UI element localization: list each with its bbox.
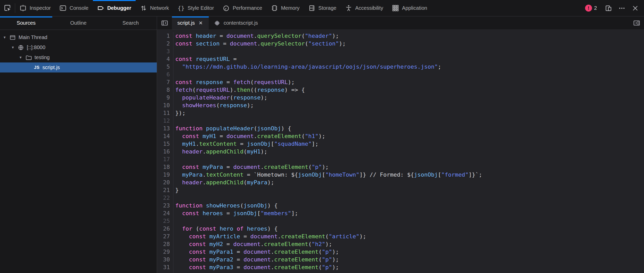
line-number[interactable]: 30 xyxy=(157,256,170,263)
line-number[interactable]: 6 xyxy=(157,71,170,78)
line-number[interactable]: 3 xyxy=(157,48,170,55)
line-number[interactable]: 15 xyxy=(157,140,170,148)
tool-tab-memory[interactable]: Memory xyxy=(267,0,304,16)
line-number[interactable]: 27 xyxy=(157,233,170,240)
editor-tab-script.js[interactable]: script.js✕ xyxy=(172,16,209,30)
line-number[interactable]: 21 xyxy=(157,186,170,194)
code-line[interactable] xyxy=(175,48,644,55)
code-token: const xyxy=(199,225,216,232)
tool-tab-style-editor[interactable]: {}Style Editor xyxy=(173,0,218,16)
code-line[interactable]: const header = document.querySelector("h… xyxy=(175,32,644,40)
line-number[interactable]: 2 xyxy=(157,40,170,48)
tool-tab-accessibility[interactable]: Accessibility xyxy=(341,0,388,16)
code-line[interactable] xyxy=(175,156,644,163)
code-line[interactable]: } xyxy=(175,186,644,194)
tool-tab-performance[interactable]: Performance xyxy=(218,0,267,16)
code-line[interactable]: const myPara1 = document.createElement("… xyxy=(175,248,644,256)
code-line[interactable]: const myH2 = document.createElement("h2"… xyxy=(175,240,644,248)
code-line[interactable]: const requestURL = xyxy=(175,55,644,63)
line-number[interactable]: 24 xyxy=(157,210,170,217)
code-line[interactable]: const myArticle = document.createElement… xyxy=(175,233,644,240)
code-line[interactable]: fetch(requestURL).then((response) => { xyxy=(175,86,644,94)
line-number[interactable]: 17 xyxy=(157,156,170,163)
line-number[interactable]: 11 xyxy=(157,109,170,117)
code-token xyxy=(192,79,196,85)
code-line[interactable]: header.appendChild(myH1); xyxy=(175,148,644,156)
code-editor[interactable]: 1234567891011121314151617181920212223242… xyxy=(157,30,644,273)
tree-item-testing[interactable]: ▼testing xyxy=(0,52,157,62)
tool-tab-inspector[interactable]: Inspector xyxy=(15,0,55,16)
line-number[interactable]: 23 xyxy=(157,202,170,210)
code-line[interactable]: "https://mdn.github.io/learning-area/jav… xyxy=(175,63,644,71)
tree-item-script.js[interactable]: JSscript.js xyxy=(0,62,157,72)
error-count-button[interactable]: ! 2 xyxy=(584,5,598,12)
close-devtools-button[interactable] xyxy=(630,0,641,16)
code-line[interactable] xyxy=(175,71,644,78)
code-line[interactable]: myH1.textContent = jsonObj["squadName"]; xyxy=(175,140,644,148)
code-line[interactable] xyxy=(175,217,644,225)
line-number[interactable]: 8 xyxy=(157,86,170,94)
collapse-sources-pane-button[interactable] xyxy=(157,16,172,30)
code-line[interactable]: const response = fetch(requestURL); xyxy=(175,78,644,86)
code-line[interactable]: const heroes = jsonObj["members"]; xyxy=(175,210,644,217)
disclosure-triangle-icon[interactable]: ▼ xyxy=(18,56,23,59)
devtools-menu-button[interactable] xyxy=(616,0,628,16)
line-number[interactable]: 16 xyxy=(157,148,170,156)
code-token xyxy=(199,164,203,170)
line-number[interactable]: 12 xyxy=(157,117,170,125)
panel-tab-sources[interactable]: Sources xyxy=(0,16,52,30)
code-line[interactable]: const myPara = document.createElement("p… xyxy=(175,163,644,171)
line-number[interactable]: 1 xyxy=(157,32,170,40)
code-line[interactable]: const section = document.querySelector("… xyxy=(175,40,644,48)
line-number[interactable]: 19 xyxy=(157,171,170,179)
code-line[interactable]: showHeroes(response); xyxy=(175,102,644,109)
code-line[interactable]: const myPara3 = document.createElement("… xyxy=(175,263,644,271)
tree-item--8000[interactable]: ▼[::]:8000 xyxy=(0,42,157,52)
line-number[interactable]: 28 xyxy=(157,240,170,248)
disclosure-triangle-icon[interactable]: ▼ xyxy=(10,46,15,49)
responsive-design-mode-button[interactable] xyxy=(603,0,614,16)
disclosure-triangle-icon[interactable]: ▼ xyxy=(2,35,7,39)
code-line[interactable]: myPara.textContent = `Hometown: ${jsonOb… xyxy=(175,171,644,179)
line-number[interactable]: 29 xyxy=(157,248,170,256)
secondary-toolbar: SourcesOutlineSearch script.js✕contentsc… xyxy=(0,16,644,30)
editor-tab-contentscript.js[interactable]: contentscript.js xyxy=(209,16,263,30)
code-line[interactable]: function populateHeader(jsonObj) { xyxy=(175,125,644,132)
panel-tab-outline[interactable]: Outline xyxy=(52,16,105,30)
code-line[interactable]: header.appendChild(myPara); xyxy=(175,179,644,186)
code-line[interactable]: populateHeader(response); xyxy=(175,94,644,102)
code-line[interactable]: }); xyxy=(175,109,644,117)
line-number[interactable]: 31 xyxy=(157,263,170,271)
tree-item-main-thread[interactable]: ▼Main Thread xyxy=(0,32,157,42)
tool-tab-label: Storage xyxy=(318,5,336,11)
code-line[interactable]: function showHeroes(jsonObj) { xyxy=(175,202,644,210)
line-number[interactable]: 7 xyxy=(157,78,170,86)
line-number[interactable]: 4 xyxy=(157,55,170,63)
code-token: ); xyxy=(332,256,339,263)
code-line[interactable]: const myPara2 = document.createElement("… xyxy=(175,256,644,263)
pick-element-button[interactable] xyxy=(0,0,15,16)
line-number[interactable]: 13 xyxy=(157,125,170,132)
line-number[interactable]: 26 xyxy=(157,225,170,233)
tool-tab-network[interactable]: Network xyxy=(136,0,173,16)
line-number[interactable]: 22 xyxy=(157,194,170,202)
tool-tab-console[interactable]: Console xyxy=(55,0,93,16)
line-number[interactable]: 9 xyxy=(157,94,170,102)
close-tab-button[interactable]: ✕ xyxy=(198,20,203,26)
code-token: ( xyxy=(230,94,233,101)
expand-right-pane-button[interactable] xyxy=(629,16,644,30)
code-line[interactable]: for (const hero of heroes) { xyxy=(175,225,644,233)
code-line[interactable] xyxy=(175,117,644,125)
line-number[interactable]: 10 xyxy=(157,102,170,109)
tool-tab-application[interactable]: Application xyxy=(388,0,432,16)
line-number[interactable]: 5 xyxy=(157,63,170,71)
line-number[interactable]: 14 xyxy=(157,132,170,140)
code-line[interactable]: const myH1 = document.createElement("h1"… xyxy=(175,132,644,140)
panel-tab-search[interactable]: Search xyxy=(105,16,157,30)
code-line[interactable] xyxy=(175,194,644,202)
tool-tab-storage[interactable]: Storage xyxy=(304,0,341,16)
line-number[interactable]: 25 xyxy=(157,217,170,225)
line-number[interactable]: 18 xyxy=(157,163,170,171)
tool-tab-debugger[interactable]: Debugger xyxy=(93,0,136,16)
line-number[interactable]: 20 xyxy=(157,179,170,186)
